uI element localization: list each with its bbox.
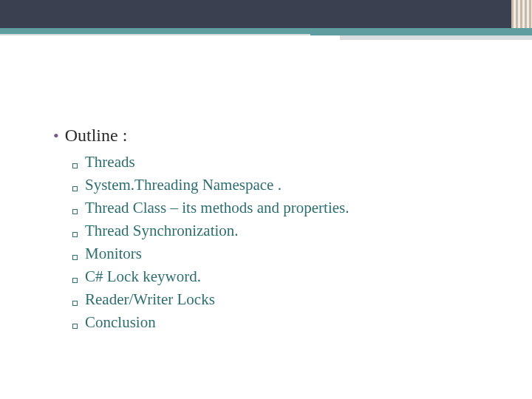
list-item: C# Lock keyword. (72, 267, 502, 286)
list-item: Conclusion (72, 313, 502, 332)
list-item: Reader/Writer Locks (72, 290, 502, 309)
outline-heading-row: • Outline : (53, 126, 502, 146)
square-bullet-icon (72, 232, 78, 237)
header-accent-teal (310, 28, 532, 35)
square-bullet-icon (72, 186, 78, 191)
list-item-label: Thread Synchronization. (85, 222, 239, 240)
square-bullet-icon (72, 163, 78, 168)
header-accent-stripes (511, 0, 532, 28)
square-bullet-icon (72, 255, 78, 260)
square-bullet-icon (72, 278, 78, 283)
bullet-dot-icon: • (53, 128, 59, 144)
list-item: Threads (72, 153, 502, 171)
list-item-label: Thread Class – its methods and propertie… (85, 199, 349, 217)
header-accent-gray (340, 35, 532, 40)
list-item: System.Threading Namespace . (72, 176, 502, 194)
list-item-label: Monitors (85, 245, 142, 263)
outline-heading: Outline : (65, 126, 128, 146)
list-item-label: Reader/Writer Locks (85, 290, 215, 309)
list-item: Thread Class – its methods and propertie… (72, 199, 502, 217)
content-area: • Outline : Threads System.Threading Nam… (53, 126, 502, 336)
list-item-label: C# Lock keyword. (85, 267, 201, 286)
header-bar-dark (0, 0, 532, 28)
square-bullet-icon (72, 209, 78, 214)
list-item-label: Conclusion (85, 313, 156, 332)
list-item-label: Threads (85, 153, 135, 171)
list-item: Monitors (72, 245, 502, 263)
square-bullet-icon (72, 324, 78, 329)
square-bullet-icon (72, 301, 78, 306)
list-item: Thread Synchronization. (72, 222, 502, 240)
outline-sublist: Threads System.Threading Namespace . Thr… (72, 153, 502, 332)
slide: • Outline : Threads System.Threading Nam… (0, 0, 532, 399)
list-item-label: System.Threading Namespace . (85, 176, 282, 194)
